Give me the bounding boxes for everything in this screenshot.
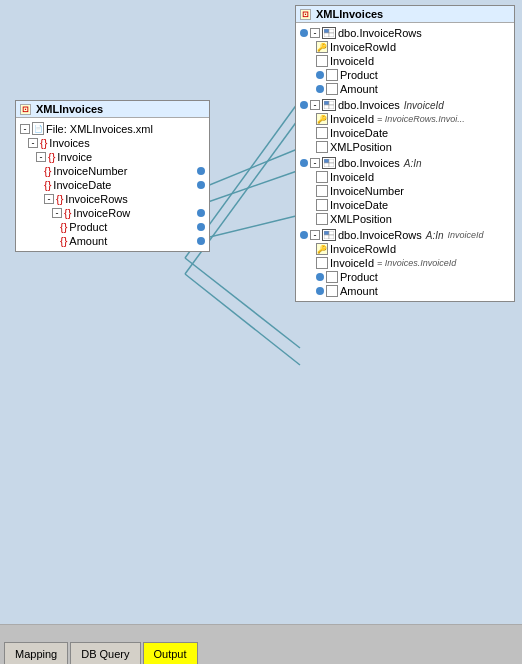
svg-rect-15 <box>324 105 329 109</box>
expand-invoicerows[interactable]: - <box>44 194 54 204</box>
main-area: ⊡ XMLInvoices - 📄 File: XMLInvoices.xml … <box>0 0 522 624</box>
svg-rect-26 <box>329 235 334 239</box>
right-section-invoicerows-top: - dbo.InvoiceRows <box>300 26 510 40</box>
port-product-right[interactable] <box>197 223 205 231</box>
right-invoicenumber-bot: InvoiceNumber <box>300 184 510 198</box>
right-section-invoices-mid: - dbo.Invoices InvoiceId <box>300 98 510 112</box>
tab-bar: Mapping DB Query Output <box>0 624 522 664</box>
expand-right-invoicerows-bot[interactable]: - <box>310 230 320 240</box>
col-icon-invoicedate-bot <box>316 199 328 211</box>
svg-rect-10 <box>324 33 329 37</box>
right-xmlposition-bot: XMLPosition <box>300 212 510 226</box>
curly-invoicerows: {} <box>56 193 63 205</box>
col-icon-xmlposition-mid <box>316 141 328 153</box>
right-invoiceid-top: InvoiceId <box>300 54 510 68</box>
table-icon-invoicerows-top <box>322 27 336 39</box>
svg-rect-25 <box>324 235 329 239</box>
right-invoices-bot-suffix: A:In <box>404 158 422 169</box>
expand-invoicerow[interactable]: - <box>52 208 62 218</box>
curly-product: {} <box>60 221 67 233</box>
right-invoicenumber-bot-label: InvoiceNumber <box>330 185 404 197</box>
tab-dbquery[interactable]: DB Query <box>70 642 140 664</box>
col-icon-invoiceid-bot <box>316 171 328 183</box>
right-invoicerowid-top-label: InvoiceRowId <box>330 41 396 53</box>
right-invoiceid-bot: InvoiceId <box>300 170 510 184</box>
right-invoiceid-bot2-label: InvoiceId <box>330 257 374 269</box>
svg-rect-8 <box>324 29 329 33</box>
right-amount-bot: Amount <box>300 284 510 298</box>
tree-node-invoice: - {} Invoice <box>20 150 205 164</box>
right-invoicerowid-bot-label: InvoiceRowId <box>330 243 396 255</box>
curly-invoicenumber: {} <box>44 165 51 177</box>
svg-rect-13 <box>324 101 329 105</box>
node-amount-label: Amount <box>69 235 107 247</box>
curly-amount: {} <box>60 235 67 247</box>
port-invoicedate-right[interactable] <box>197 181 205 189</box>
right-invoicerows-bot-label: dbo.InvoiceRows <box>338 229 422 241</box>
svg-rect-18 <box>324 159 329 163</box>
port-invoices-mid-left[interactable] <box>300 101 308 109</box>
right-invoices-mid-label: dbo.Invoices <box>338 99 400 111</box>
tree-node-invoicedate: {} InvoiceDate <box>20 178 205 192</box>
port-amount-bot-left[interactable] <box>316 287 324 295</box>
port-product-top-left[interactable] <box>316 71 324 79</box>
col-icon-xmlposition-bot <box>316 213 328 225</box>
svg-rect-16 <box>329 105 334 109</box>
tree-node-product: {} Product <box>20 220 205 234</box>
port-amount-top-left[interactable] <box>316 85 324 93</box>
expand-invoice[interactable]: - <box>36 152 46 162</box>
node-invoicerows-label: InvoiceRows <box>65 193 127 205</box>
tab-output[interactable]: Output <box>143 642 198 664</box>
right-invoiceid-bot-label: InvoiceId <box>330 171 374 183</box>
col-icon-invoiceid-bot2 <box>316 257 328 269</box>
port-invoices-bot-left[interactable] <box>300 159 308 167</box>
left-tree: - 📄 File: XMLInvoices.xml - {} Invoices … <box>16 118 209 251</box>
expand-file[interactable]: - <box>20 124 30 134</box>
svg-rect-20 <box>324 163 329 167</box>
right-invoiceid-mid-suffix: = InvoiceRows.Invoi... <box>377 114 465 124</box>
right-invoicedate-bot-label: InvoiceDate <box>330 199 388 211</box>
key-icon-invoicerowid-bot: 🔑 <box>316 243 328 255</box>
expand-right-invoices-bot[interactable]: - <box>310 158 320 168</box>
tree-node-invoicerows: - {} InvoiceRows <box>20 192 205 206</box>
curly-invoices: {} <box>40 137 47 149</box>
port-invoicenumber-right[interactable] <box>197 167 205 175</box>
right-product-bot-label: Product <box>340 271 378 283</box>
right-invoicerowid-top: 🔑 InvoiceRowId <box>300 40 510 54</box>
right-panel: ⊡ XMLInvoices - dbo.InvoiceRows 🔑 Invoic… <box>295 5 515 302</box>
svg-line-5 <box>185 258 300 348</box>
right-invoices-bot-label: dbo.Invoices <box>338 157 400 169</box>
tab-mapping[interactable]: Mapping <box>4 642 68 664</box>
port-amount-right[interactable] <box>197 237 205 245</box>
port-invoicerows-top-left[interactable] <box>300 29 308 37</box>
svg-rect-14 <box>329 101 334 105</box>
table-icon-invoices-bot <box>322 157 336 169</box>
right-invoiceid-mid-label: InvoiceId <box>330 113 374 125</box>
col-icon-invoicedate-mid <box>316 127 328 139</box>
port-product-bot-left[interactable] <box>316 273 324 281</box>
right-invoicerowid-bot: 🔑 InvoiceRowId <box>300 242 510 256</box>
port-invoicerow-right[interactable] <box>197 209 205 217</box>
right-amount-top: Amount <box>300 82 510 96</box>
expand-invoices[interactable]: - <box>28 138 38 148</box>
right-product-top-label: Product <box>340 69 378 81</box>
svg-rect-23 <box>324 231 329 235</box>
left-panel-title: XMLInvoices <box>36 103 103 115</box>
right-section-invoices-bot: - dbo.Invoices A:In <box>300 156 510 170</box>
tree-node-invoicerow: - {} InvoiceRow <box>20 206 205 220</box>
expand-right-invoicerows-top[interactable]: - <box>310 28 320 38</box>
curly-invoicedate: {} <box>44 179 51 191</box>
right-invoicedate-mid-label: InvoiceDate <box>330 127 388 139</box>
tree-node-invoices: - {} Invoices <box>20 136 205 150</box>
right-amount-bot-label: Amount <box>340 285 378 297</box>
port-invoicerows-bot-left[interactable] <box>300 231 308 239</box>
right-product-bot: Product <box>300 270 510 284</box>
expand-right-invoices-mid[interactable]: - <box>310 100 320 110</box>
left-panel: ⊡ XMLInvoices - 📄 File: XMLInvoices.xml … <box>15 100 210 252</box>
right-panel-header: ⊡ XMLInvoices <box>296 6 514 23</box>
tree-node-file: - 📄 File: XMLInvoices.xml <box>20 121 205 136</box>
right-section-invoicerows-bot: - dbo.InvoiceRows A:In InvoiceId <box>300 228 510 242</box>
key-icon-invoicerowid-top: 🔑 <box>316 41 328 53</box>
col-icon-amount-bot <box>326 285 338 297</box>
right-tree: - dbo.InvoiceRows 🔑 InvoiceRowId Invoice… <box>296 23 514 301</box>
